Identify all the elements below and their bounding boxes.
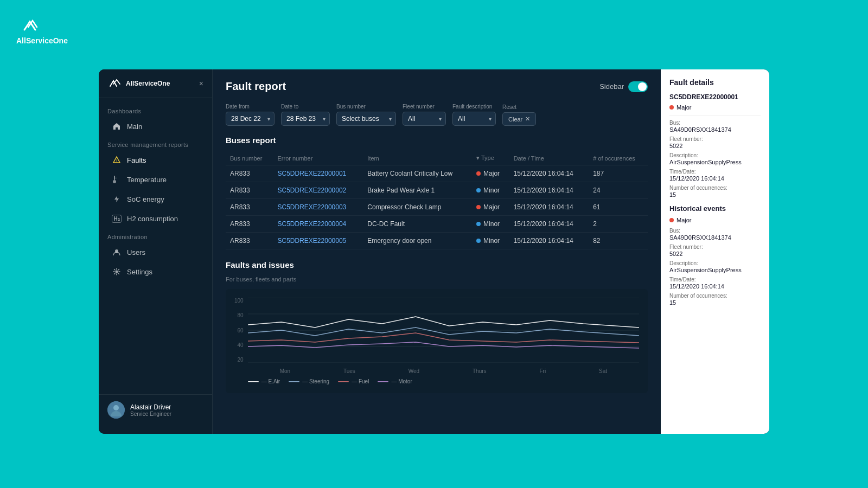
close-icon[interactable]: × bbox=[199, 79, 203, 88]
avatar bbox=[107, 401, 125, 419]
y-label-80: 80 bbox=[234, 312, 244, 318]
date-from-wrapper: 28 Dec 22 bbox=[226, 112, 275, 126]
sidebar-item-label: Settings bbox=[127, 268, 152, 276]
cell-item: Battery Coolant Critically Low bbox=[363, 165, 472, 182]
fault-severity-dot bbox=[669, 105, 674, 110]
main-content: Fault report Sidebar Date from 28 Dec 22… bbox=[213, 69, 661, 434]
cell-error: SC5DDREXE22000005 bbox=[273, 233, 363, 249]
table-row[interactable]: AR833 SC5DDREXE22000005 Emergency door o… bbox=[226, 233, 648, 249]
temperature-icon bbox=[112, 175, 122, 184]
cell-occurrences: 187 bbox=[589, 165, 648, 182]
fleet-value: 5022 bbox=[669, 143, 761, 149]
fault-description-label: Fault description bbox=[452, 104, 496, 110]
chart-title: Faults and issues bbox=[226, 260, 648, 269]
svg-point-8 bbox=[113, 405, 119, 410]
user-name: Alastair Driver bbox=[130, 403, 171, 411]
y-label-100: 100 bbox=[234, 298, 244, 304]
x-label-fri: Fri bbox=[539, 368, 546, 374]
occurrences-label: Number of occurrences: bbox=[669, 185, 761, 191]
col-error-number: Error number bbox=[273, 151, 363, 165]
type-dot bbox=[476, 239, 481, 243]
col-bus-number: Bus number bbox=[226, 151, 273, 165]
cell-type: Minor bbox=[472, 182, 509, 199]
bus-number-label: Bus number bbox=[336, 104, 396, 110]
bus-label: Bus: bbox=[669, 120, 761, 126]
clear-x-icon: ✕ bbox=[525, 115, 530, 123]
fleet-number-label: Fleet number bbox=[403, 104, 446, 110]
date-to-select[interactable]: 28 Feb 23 bbox=[281, 112, 330, 126]
bus-number-select[interactable]: Select buses bbox=[336, 112, 396, 126]
legend-fuel-line bbox=[338, 381, 349, 382]
fault-description-select[interactable]: All bbox=[452, 112, 496, 126]
historical-time-value: 15/12/2020 16:04:14 bbox=[669, 283, 761, 290]
table-row[interactable]: AR833 SC5DDREXE22000003 Compressor Check… bbox=[226, 199, 648, 216]
svg-rect-3 bbox=[115, 178, 117, 178]
historical-description-value: AirSuspensionSupplyPress bbox=[669, 267, 761, 273]
legend-steering-label: — Steering bbox=[302, 378, 329, 384]
sidebar-toggle-switch[interactable] bbox=[628, 81, 648, 92]
fault-divider-1 bbox=[669, 115, 761, 115]
legend-steering: — Steering bbox=[289, 378, 329, 384]
sidebar-toggle[interactable]: Sidebar bbox=[599, 81, 648, 92]
sidebar-item-settings[interactable]: Settings bbox=[103, 262, 208, 281]
historical-bus-value: SA49D0RSXX1841374 bbox=[669, 234, 761, 241]
cell-occurrences: 82 bbox=[589, 233, 648, 249]
col-datetime: Date / Time bbox=[509, 151, 589, 165]
sidebar-item-temperature[interactable]: Temperature bbox=[103, 170, 208, 189]
users-icon bbox=[112, 247, 122, 257]
fleet-label: Fleet number: bbox=[669, 136, 761, 142]
sidebar: AllServiceOne × Dashboards Main Service … bbox=[99, 69, 213, 434]
filter-fault-description: Fault description All bbox=[452, 104, 496, 126]
cell-bus: AR833 bbox=[226, 199, 273, 216]
clear-button[interactable]: Clear ✕ bbox=[502, 112, 536, 126]
type-dot bbox=[476, 171, 481, 176]
sidebar-item-users[interactable]: Users bbox=[103, 243, 208, 261]
historical-time-label: Time/Date: bbox=[669, 277, 761, 282]
sidebar-item-faults[interactable]: ! Faults bbox=[103, 151, 208, 169]
cell-type: Major bbox=[472, 199, 509, 216]
section-label-dashboards: Dashboards bbox=[99, 102, 212, 117]
type-dot bbox=[476, 188, 481, 192]
legend-motor: — Motor bbox=[378, 378, 412, 384]
legend-eair-line bbox=[248, 381, 259, 382]
table-row[interactable]: AR833 SC5DDREXE22000001 Battery Coolant … bbox=[226, 165, 648, 182]
historical-severity-dot bbox=[669, 218, 674, 222]
sidebar-item-label: H2 consumption bbox=[127, 215, 178, 223]
svg-point-4 bbox=[113, 180, 116, 183]
bus-value: SA49D0RSXX1841374 bbox=[669, 126, 761, 133]
date-from-select[interactable]: 28 Dec 22 bbox=[226, 112, 275, 126]
table-row[interactable]: AR833 SC5DDREXE22000004 DC-DC Fault Mino… bbox=[226, 216, 648, 233]
cell-bus: AR833 bbox=[226, 233, 273, 249]
top-logo: AllServiceOne bbox=[16, 16, 68, 45]
time-value: 15/12/2020 16:04:14 bbox=[669, 175, 761, 182]
sidebar-item-h2[interactable]: H₂ H2 consumption bbox=[103, 209, 208, 228]
description-label: Description: bbox=[669, 152, 761, 158]
description-value: AirSuspensionSupplyPress bbox=[669, 159, 761, 165]
y-label-40: 40 bbox=[234, 342, 244, 348]
svg-rect-2 bbox=[115, 177, 117, 177]
filters-row: Date from 28 Dec 22 Date to 28 Feb 23 Bu… bbox=[226, 104, 648, 126]
historical-occurrences-value: 15 bbox=[669, 299, 761, 306]
buses-report-title: Buses report bbox=[226, 136, 648, 145]
cell-bus: AR833 bbox=[226, 165, 273, 182]
cell-item: Compressor Check Lamp bbox=[363, 199, 472, 216]
sidebar-item-label: SoC energy bbox=[127, 195, 164, 203]
energy-icon bbox=[112, 194, 122, 204]
historical-description-label: Description: bbox=[669, 260, 761, 266]
chart-subtitle: For buses, fleets and parts bbox=[226, 276, 648, 282]
section-label-admin: Administration bbox=[99, 228, 212, 242]
sidebar-item-soc-energy[interactable]: SoC energy bbox=[103, 190, 208, 208]
table-row[interactable]: AR833 SC5DDREXE22000002 Brake Pad Wear A… bbox=[226, 182, 648, 199]
col-type: ▾ Type bbox=[472, 151, 509, 165]
historical-bus-label: Bus: bbox=[669, 228, 761, 234]
sidebar-item-main[interactable]: Main bbox=[103, 117, 208, 136]
cell-occurrences: 61 bbox=[589, 199, 648, 216]
settings-icon bbox=[112, 267, 122, 277]
fleet-number-select[interactable]: All bbox=[403, 112, 446, 126]
cell-item: DC-DC Fault bbox=[363, 216, 472, 233]
legend-eair: — E.Air bbox=[248, 378, 280, 384]
section-label-reports: Service management reports bbox=[99, 136, 212, 150]
cell-datetime: 15/12/2020 16:04:14 bbox=[509, 182, 589, 199]
cell-datetime: 15/12/2020 16:04:14 bbox=[509, 233, 589, 249]
legend-motor-label: — Motor bbox=[391, 378, 412, 384]
